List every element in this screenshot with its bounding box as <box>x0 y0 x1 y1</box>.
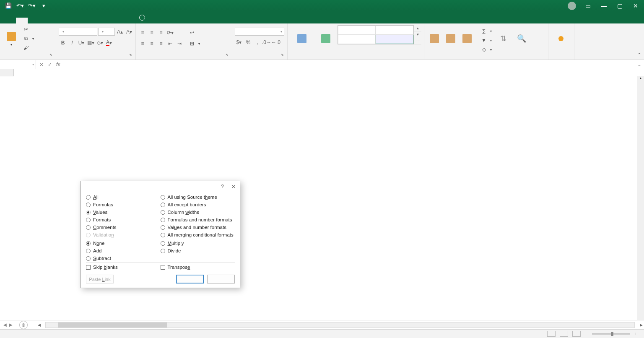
border-button[interactable]: ▦▾ <box>86 39 95 47</box>
cut-button[interactable]: ✂ <box>22 25 35 34</box>
radio-subtract[interactable]: Subtract <box>86 256 161 261</box>
find-select-button[interactable]: 🔍 <box>513 25 530 53</box>
zoom-slider[interactable] <box>592 333 630 335</box>
sheet-nav-next-icon[interactable]: ▶ <box>9 322 13 327</box>
check-skip-blanks[interactable]: Skip blanks <box>86 265 161 270</box>
orientation-icon[interactable]: ⟳▾ <box>166 29 174 37</box>
autosum-button[interactable]: ∑▾ <box>480 27 493 35</box>
tab-page-layout[interactable] <box>39 18 51 23</box>
radio-divide[interactable]: Divide <box>161 248 235 253</box>
page-layout-view-icon[interactable] <box>560 331 568 337</box>
collapse-ribbon-icon[interactable]: ⌃ <box>637 52 641 58</box>
dialog-close-icon[interactable]: ✕ <box>231 184 236 190</box>
format-painter-button[interactable]: 🖌 <box>22 44 35 52</box>
dialog-help-icon[interactable]: ? <box>221 184 224 190</box>
redo-icon[interactable]: ↷▾ <box>28 2 36 10</box>
italic-button[interactable]: I <box>68 39 76 47</box>
page-break-view-icon[interactable] <box>572 331 581 337</box>
radio-multiply[interactable]: Multiply <box>161 241 235 246</box>
conditional-formatting-button[interactable] <box>290 25 314 53</box>
zoom-out-icon[interactable]: − <box>585 331 587 336</box>
tab-formulas[interactable] <box>51 18 63 23</box>
font-name-select[interactable]: ▾ <box>59 28 97 36</box>
tab-help[interactable] <box>110 18 122 23</box>
format-cells-button[interactable] <box>460 25 474 53</box>
bold-button[interactable]: B <box>59 39 67 47</box>
tab-view[interactable] <box>86 18 98 23</box>
radio-formats[interactable]: Formats <box>86 217 161 222</box>
vertical-scrollbar[interactable]: ▲ <box>637 76 644 320</box>
font-size-select[interactable]: ▾ <box>98 28 115 36</box>
select-all-corner[interactable] <box>0 69 14 76</box>
radio-none[interactable]: None <box>86 241 161 246</box>
align-top-icon[interactable]: ≡ <box>138 29 147 37</box>
copy-button[interactable]: ⧉▾ <box>22 34 35 43</box>
tab-developer[interactable] <box>98 18 110 23</box>
radio-add[interactable]: Add <box>86 248 161 253</box>
align-left-icon[interactable]: ≡ <box>138 39 147 48</box>
align-middle-icon[interactable]: ≡ <box>148 29 156 37</box>
name-box[interactable]: ▾ <box>0 60 36 69</box>
align-bottom-icon[interactable]: ≡ <box>157 29 165 37</box>
tab-data[interactable] <box>63 18 75 23</box>
font-color-button[interactable]: A▾ <box>105 39 113 47</box>
decrease-font-icon[interactable]: A▾ <box>125 28 133 36</box>
wrap-text-button[interactable]: ↩ <box>188 29 201 37</box>
fx-icon[interactable]: fx <box>56 62 60 68</box>
paste-button[interactable]: ▾ <box>3 25 20 53</box>
comma-format-icon[interactable]: , <box>253 38 262 47</box>
ok-button[interactable] <box>176 275 204 283</box>
enter-formula-icon[interactable]: ✓ <box>48 62 52 68</box>
format-as-table-button[interactable] <box>315 25 336 53</box>
insert-cells-button[interactable] <box>427 25 441 53</box>
clear-button[interactable]: ◇▾ <box>480 45 493 54</box>
tab-review[interactable] <box>75 18 86 23</box>
style-currency[interactable] <box>376 26 413 35</box>
hscroll-left-icon[interactable]: ◀ <box>36 323 42 327</box>
tab-home[interactable] <box>16 18 28 23</box>
underline-button[interactable]: U▾ <box>77 39 86 47</box>
add-sheet-button[interactable]: ⊕ <box>19 321 28 329</box>
align-center-icon[interactable]: ≡ <box>148 39 156 48</box>
addins-button[interactable] <box>551 25 571 53</box>
sort-filter-button[interactable]: ⇅ <box>495 25 512 53</box>
align-right-icon[interactable]: ≡ <box>157 39 165 48</box>
save-icon[interactable]: 💾 <box>4 2 13 10</box>
merge-center-button[interactable]: ⊞▾ <box>188 39 201 48</box>
cell-styles-gallery[interactable] <box>338 25 414 44</box>
percent-format-icon[interactable]: % <box>244 38 252 47</box>
style-percent[interactable] <box>376 35 413 44</box>
tab-file[interactable] <box>4 18 16 23</box>
radio-values-number[interactable]: Values and number formats <box>161 225 235 230</box>
zoom-in-icon[interactable]: + <box>634 331 636 336</box>
radio-values[interactable]: Values <box>86 210 161 215</box>
maximize-icon[interactable]: ▢ <box>615 2 624 10</box>
increase-decimal-icon[interactable]: .0→ <box>262 38 271 47</box>
delete-cells-button[interactable] <box>443 25 458 53</box>
sheet-nav-prev-icon[interactable]: ◀ <box>3 322 7 327</box>
radio-except-borders[interactable]: All except borders <box>161 202 235 207</box>
undo-icon[interactable]: ↶▾ <box>16 2 24 10</box>
radio-column-widths[interactable]: Column widths <box>161 210 235 215</box>
radio-comments[interactable]: Comments <box>86 225 161 230</box>
indent-decrease-icon[interactable]: ⇤ <box>166 39 174 48</box>
minimize-icon[interactable]: — <box>600 2 608 10</box>
horizontal-scrollbar[interactable] <box>45 322 635 328</box>
radio-formulas[interactable]: Formulas <box>86 202 161 207</box>
number-format-select[interactable]: ▾ <box>235 28 284 36</box>
increase-font-icon[interactable]: A▴ <box>116 28 124 36</box>
tab-power-pivot[interactable] <box>122 18 133 23</box>
tell-me-search[interactable] <box>133 12 153 23</box>
cancel-button[interactable] <box>207 275 235 283</box>
cancel-formula-icon[interactable]: ✕ <box>39 62 44 68</box>
radio-source-theme[interactable]: All using Source theme <box>161 195 235 200</box>
decrease-decimal-icon[interactable]: ←.0 <box>272 38 280 47</box>
style-currency0[interactable] <box>338 35 376 44</box>
accounting-format-icon[interactable]: $▾ <box>235 38 243 47</box>
styles-scroll[interactable]: ▲▼⋯ <box>414 25 421 44</box>
fill-color-button[interactable]: ◇▾ <box>96 39 104 47</box>
normal-view-icon[interactable] <box>547 331 556 337</box>
radio-formulas-number[interactable]: Formulas and number formats <box>161 217 235 222</box>
tab-insert[interactable] <box>28 18 39 23</box>
ribbon-display-icon[interactable]: ▭ <box>584 2 592 10</box>
